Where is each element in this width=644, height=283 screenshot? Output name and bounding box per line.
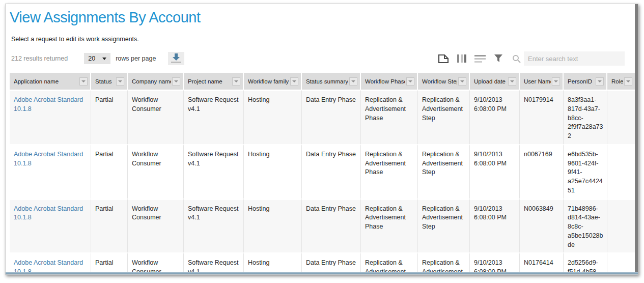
chevron-down-icon [174,80,178,82]
table-row: Adobe Acrobat Standard 10.1.8PartialWork… [10,199,635,253]
filter-button[interactable] [494,54,503,63]
column-filter-step-button[interactable] [458,77,466,86]
column-header-app[interactable]: Application name [10,73,91,90]
column-header-family[interactable]: Workflow family [244,73,302,90]
column-label: Status summary [306,78,348,84]
cell-company: Workflow Consumer [128,199,184,253]
column-filter-roles-button[interactable] [624,77,632,86]
column-header-status[interactable]: Status [91,73,128,90]
chevron-down-icon [292,80,296,82]
column-header-phase[interactable]: Workflow Phase [361,73,418,90]
chevron-down-icon [351,80,355,82]
column-filter-upload-button[interactable] [508,77,516,86]
cell-app: Adobe Acrobat Standard 10.1.8 [10,144,91,199]
cell-app: Adobe Acrobat Standard 10.1.8 [10,90,91,144]
column-label: User Name [524,78,551,84]
chevron-down-icon [626,80,630,82]
chevron-down-icon [234,80,238,82]
cell-person: 71b48986-d814-43ae-8c8c-a5be15028bde [564,199,607,253]
cell-upload: 9/10/2013 6:08:00 PM [470,90,520,144]
column-header-upload[interactable]: Upload date [470,73,520,90]
cell-upload: 9/10/2013 6:08:00 PM [470,144,520,199]
rows-per-page-select[interactable]: 20 [84,53,110,64]
column-header-company[interactable]: Company name [128,73,184,90]
search-icon [512,54,521,63]
assignments-table: Application nameStatusCompany nameProjec… [10,73,635,275]
cell-phase: Replication & Advertisement Phase [361,199,418,253]
column-label: Workflow Phase [365,78,405,84]
cell-summary: Data Entry Phase [302,90,361,144]
cell-company: Workflow Consumer [128,144,184,199]
chevron-down-icon [598,80,602,82]
column-label: Roles [611,78,623,84]
cell-project: Software Request v4.1 [184,90,244,144]
column-header-person[interactable]: PersonID [564,73,607,90]
new-page-button[interactable] [438,54,449,64]
rows-per-page-value: 20 [88,55,95,62]
app-window: View Assignments By Account Select a req… [5,4,638,275]
cell-phase: Replication & Advertisement Phase [361,90,418,144]
cell-status: Partial [91,144,128,199]
cell-roles [607,199,635,253]
column-header-user[interactable]: User Name [520,73,564,90]
cell-person: 8a3f3aa1-817d-43a7-b8cc-2f9f7a28a732 [564,90,607,144]
column-filter-person-button[interactable] [596,77,604,86]
rows-button[interactable] [474,55,486,63]
columns-button[interactable] [457,54,466,63]
cell-step: Replication & Advertisement Step [418,199,470,253]
columns-icon [457,54,466,63]
column-label: Project name [188,78,222,84]
vertical-scrollbar[interactable] [635,4,638,274]
cell-roles [607,144,635,199]
header-row: Application nameStatusCompany nameProjec… [10,73,635,90]
column-filter-phase-button[interactable] [406,77,414,86]
results-count: 212 results returned [11,55,68,62]
column-header-roles[interactable]: Roles [607,73,635,90]
column-header-step[interactable]: Workflow Step [418,73,470,90]
download-button[interactable] [168,52,184,65]
column-header-project[interactable]: Project name [184,73,244,90]
table-wrapper: Application nameStatusCompany nameProjec… [10,73,638,275]
cell-family: Hosting [244,199,302,253]
application-link[interactable]: Adobe Acrobat Standard 10.1.8 [14,151,83,167]
bottom-bar [6,272,638,274]
chevron-down-icon [102,58,106,60]
column-filter-user-button[interactable] [552,77,560,86]
cell-user: N0179914 [520,90,564,144]
chevron-down-icon [118,80,122,82]
cell-step: Replication & Advertisement Step [418,144,470,199]
table-row: Adobe Acrobat Standard 10.1.8PartialWork… [10,90,635,144]
page-subtitle: Select a request to edit its work assign… [11,36,638,43]
search-input[interactable] [524,51,625,66]
column-label: Company name [132,78,171,84]
column-filter-app-button[interactable] [79,77,88,86]
cell-person: e6bd535b-9601-424f-9f41-a25e7c442451 [564,144,607,199]
rows-per-page-label: rows per page [116,55,156,62]
cell-upload: 9/10/2013 6:08:00 PM [470,199,520,253]
column-filter-status-button[interactable] [116,77,124,86]
cell-user: N0063849 [520,199,564,253]
column-label: Application name [14,78,59,84]
cell-roles [607,90,635,144]
column-filter-company-button[interactable] [172,77,180,86]
new-page-icon [438,54,449,64]
cell-status: Partial [91,90,128,144]
chevron-down-icon [408,80,412,82]
application-link[interactable]: Adobe Acrobat Standard 10.1.8 [14,96,83,112]
cell-project: Software Request v4.1 [184,199,244,253]
filter-icon [494,54,503,63]
search-box [512,51,625,66]
column-header-summary[interactable]: Status summary [302,73,361,90]
chevron-down-icon [460,80,464,82]
column-label: PersonID [568,78,592,84]
column-filter-family-button[interactable] [290,77,298,86]
cell-user: n0067169 [520,144,564,199]
page-title: View Assignments By Account [10,8,638,26]
column-filter-summary-button[interactable] [349,77,357,86]
column-filter-project-button[interactable] [232,77,240,86]
column-label: Upload date [474,78,506,84]
chevron-down-icon [81,80,86,82]
application-link[interactable]: Adobe Acrobat Standard 10.1.8 [14,205,83,221]
cell-phase: Replication & Advertisement Phase [361,144,418,199]
cell-family: Hosting [244,144,302,199]
